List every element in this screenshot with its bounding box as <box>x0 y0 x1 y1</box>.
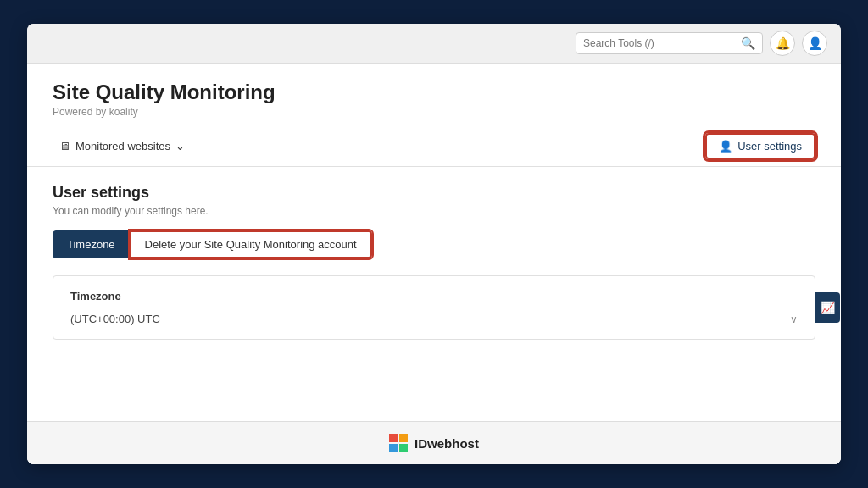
browser-window: 🔍 🔔 👤 Site Quality Monitoring Powered by… <box>27 24 841 464</box>
page-title: Site Quality Monitoring <box>53 80 815 104</box>
search-bar: 🔍 <box>576 32 763 54</box>
main-content: Site Quality Monitoring Powered by koali… <box>27 64 841 464</box>
user-settings-label: User settings <box>737 140 802 152</box>
tab-timezone-button[interactable]: Timezone <box>53 230 130 258</box>
top-bar: 🔍 🔔 👤 <box>27 24 841 64</box>
user-settings-button[interactable]: 👤 User settings <box>705 133 815 159</box>
logo-green-square <box>399 444 408 452</box>
nav-bar: 🖥 Monitored websites ⌄ 👤 User settings <box>27 126 841 167</box>
timezone-chevron-icon: ∨ <box>790 313 798 325</box>
notification-button[interactable]: 🔔 <box>770 30 795 56</box>
nav-left: 🖥 Monitored websites ⌄ <box>53 136 192 156</box>
monitored-websites-button[interactable]: 🖥 Monitored websites ⌄ <box>53 136 192 156</box>
timezone-value: (UTC+00:00) UTC ∨ <box>70 313 798 325</box>
logo-orange-square <box>399 434 408 442</box>
page-header: Site Quality Monitoring Powered by koali… <box>27 64 841 126</box>
timezone-text: (UTC+00:00) UTC <box>70 313 160 325</box>
brand-name: IDwebhost <box>415 436 479 451</box>
monitor-icon: 🖥 <box>59 140 70 152</box>
search-input[interactable] <box>583 37 736 49</box>
search-icon-button[interactable]: 🔍 <box>741 36 755 50</box>
user-profile-icon: 👤 <box>808 36 822 50</box>
timezone-label: Timezone <box>70 290 798 302</box>
user-icon-button[interactable]: 👤 <box>802 30 827 56</box>
content-area: User settings You can modify your settin… <box>27 167 841 421</box>
tab-delete-button[interactable]: Delete your Site Quality Monitoring acco… <box>130 230 372 258</box>
side-chart-icon[interactable]: 📈 <box>815 292 840 323</box>
timezone-section: Timezone (UTC+00:00) UTC ∨ 📈 <box>53 275 815 340</box>
monitored-websites-label: Monitored websites <box>75 140 170 152</box>
tab-buttons: Timezone Delete your Site Quality Monito… <box>53 230 815 258</box>
logo-blue-square <box>389 444 398 452</box>
user-settings-icon: 👤 <box>719 140 732 152</box>
section-title: User settings <box>53 184 815 202</box>
notification-icon: 🔔 <box>776 36 790 50</box>
section-desc: You can modify your settings here. <box>53 205 815 217</box>
chevron-down-icon: ⌄ <box>175 140 185 152</box>
footer: IDwebhost <box>27 421 841 464</box>
idwebhost-logo-icon <box>389 434 408 452</box>
page-subtitle: Powered by koality <box>53 106 815 118</box>
logo-red-square <box>389 434 398 442</box>
